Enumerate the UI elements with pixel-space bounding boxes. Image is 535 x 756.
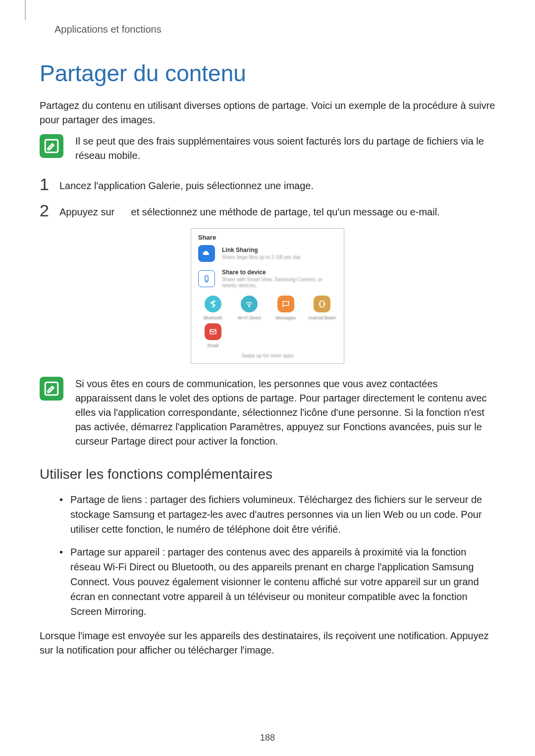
messages-label: Messages — [275, 315, 296, 320]
step-2: 2 Appuyez sur et sélectionnez une méthod… — [40, 202, 495, 219]
gallery-app-label: Galerie — [149, 180, 180, 191]
figure-cell-bluetooth: Bluetooth — [198, 296, 228, 320]
svg-rect-3 — [320, 301, 324, 307]
figure-app-grid: Bluetooth Wi-Fi Direct Messages Android … — [198, 296, 337, 320]
share-panel-figure: Share Link Sharing Share large files up … — [191, 228, 344, 364]
note2-g: pour activer la fonction. — [173, 436, 278, 447]
header-rule — [25, 0, 26, 20]
step2-pre: Appuyez sur — [59, 206, 117, 217]
figure-cell-messages: Messages — [271, 296, 301, 320]
cloud-icon — [202, 249, 211, 258]
note-block-2: Si vous êtes en cours de communication, … — [40, 377, 495, 449]
list-item: Partage de liens : partager des fichiers… — [59, 492, 495, 537]
figure-cell-email: Email — [198, 323, 228, 348]
note-text: Si vous êtes en cours de communication, … — [75, 377, 495, 449]
link-sharing-lead: Partage de liens — [70, 494, 142, 505]
step2-post: et sélectionnez une méthode de partage, … — [128, 206, 440, 217]
bluetooth-icon — [205, 296, 221, 312]
feature-list: Partage de liens : partager des fichiers… — [59, 492, 495, 619]
svg-rect-5 — [45, 382, 58, 395]
intro-paragraph: Partagez du contenu en utilisant diverse… — [40, 99, 495, 127]
page-title: Partager du contenu — [40, 60, 495, 87]
share-icon-placeholder — [117, 206, 128, 217]
note-block: Il se peut que des frais supplémentaires… — [40, 134, 495, 163]
bluetooth-label: Bluetooth — [204, 315, 222, 320]
svg-rect-1 — [205, 276, 208, 281]
pencil-note-icon — [43, 380, 60, 397]
note2-c: , appuyez sur — [281, 421, 343, 432]
page-number: 188 — [0, 733, 535, 743]
figure-row-link-sharing: Link Sharing Share large files up to 2 G… — [198, 245, 337, 262]
messages-icon — [277, 296, 294, 312]
breadcrumb: Applications et fonctions — [54, 24, 495, 35]
wifi-direct-label: Wi-Fi Direct — [238, 315, 261, 320]
step1-post: , puis sélectionnez une image. — [180, 180, 314, 191]
manual-page: Applications et fonctions Partager du co… — [0, 0, 535, 756]
subsection-title: Utiliser les fonctions complémentaires — [40, 466, 495, 482]
email-label: Email — [208, 343, 219, 348]
settings-app-label: Paramètres — [230, 421, 281, 432]
android-beam-icon — [314, 296, 330, 312]
figure-app-grid-2: Email — [198, 323, 337, 348]
figure-cell-android-beam: Android Beam — [307, 296, 337, 320]
step-1: 1 Lancez l'application Galerie, puis sél… — [40, 176, 495, 193]
step-text: Appuyez sur et sélectionnez une méthode … — [59, 202, 495, 219]
note-icon — [40, 377, 63, 401]
step-number: 1 — [40, 176, 50, 193]
link-sharing-sublabel: Share large files up to 2 GB per day — [222, 254, 337, 260]
figure-footer: Swipe up for more apps — [198, 353, 337, 358]
device-icon — [202, 274, 211, 283]
note-text: Il se peut que des frais supplémentaires… — [75, 134, 495, 163]
svg-point-2 — [249, 305, 250, 306]
android-beam-label: Android Beam — [308, 315, 336, 320]
link-sharing-label: Link Sharing — [222, 247, 337, 253]
advanced-features-label: Fonctions avancées — [343, 421, 431, 432]
share-to-device-icon — [198, 270, 215, 287]
note-icon — [40, 134, 63, 158]
list-item: Partage sur appareil : partager des cont… — [59, 545, 495, 619]
wifi-icon — [241, 296, 258, 312]
direct-share-label: Partage direct — [111, 436, 173, 447]
device-share-lead: Partage sur appareil — [70, 547, 160, 557]
svg-rect-0 — [45, 140, 58, 152]
figure-title: Share — [198, 234, 337, 241]
step-text: Lancez l'application Galerie, puis sélec… — [59, 176, 495, 193]
step1-pre: Lancez l'application — [59, 180, 149, 191]
step-number: 2 — [40, 202, 50, 219]
figure-cell-wifi-direct: Wi-Fi Direct — [234, 296, 264, 320]
share-to-device-sublabel: Share with Smart View, Samsung Connect, … — [222, 277, 337, 289]
pencil-note-icon — [43, 138, 60, 154]
link-sharing-icon — [198, 245, 215, 262]
figure-row-share-device: Share to device Share with Smart View, S… — [198, 269, 337, 289]
closing-paragraph: Lorsque l'image est envoyée sur les appa… — [40, 629, 495, 657]
email-icon — [205, 323, 221, 340]
share-to-device-label: Share to device — [222, 269, 337, 276]
